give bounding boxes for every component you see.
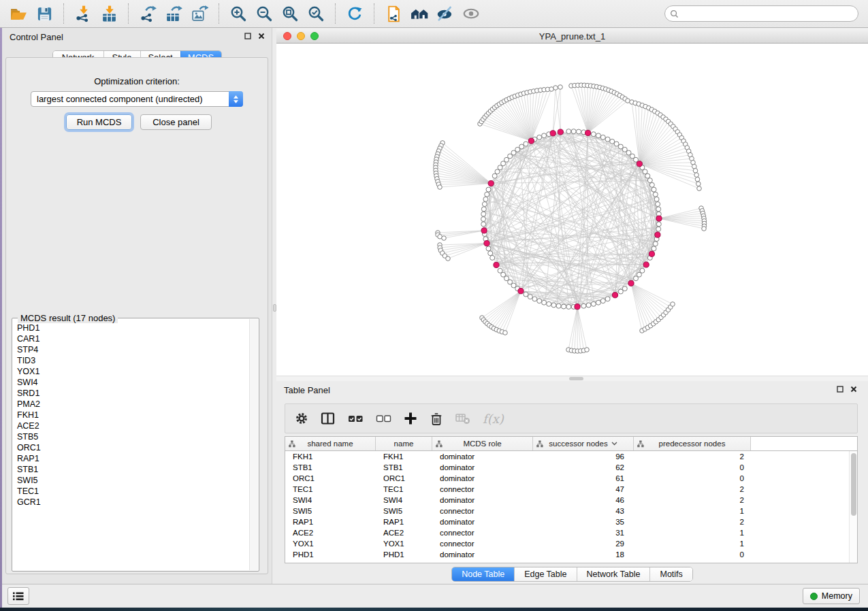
table-scrollbar-thumb[interactable] (851, 453, 856, 516)
network-vertical-scrollbar-thumb[interactable] (273, 304, 276, 312)
network-dominator-node[interactable] (585, 130, 591, 135)
network-node[interactable] (492, 174, 497, 178)
network-canvas[interactable] (276, 44, 868, 376)
share-document-button[interactable] (383, 3, 404, 24)
network-node[interactable] (591, 132, 596, 137)
network-node[interactable] (605, 137, 610, 142)
network-node[interactable] (537, 135, 542, 139)
deselect-all-checkbox-icon[interactable] (376, 412, 391, 425)
network-node[interactable] (581, 303, 586, 308)
network-leaf-node[interactable] (553, 86, 558, 90)
column-chooser-icon[interactable] (321, 412, 336, 425)
network-node[interactable] (481, 212, 486, 216)
table-row[interactable]: ORC1ORC1dominator610 (285, 473, 857, 484)
network-node[interactable] (556, 303, 561, 308)
network-dominator-node[interactable] (643, 262, 649, 267)
network-dominator-node[interactable] (558, 129, 563, 135)
network-node[interactable] (524, 292, 528, 297)
network-leaf-node[interactable] (442, 236, 447, 241)
network-node[interactable] (498, 268, 502, 273)
network-node[interactable] (652, 187, 656, 192)
network-node[interactable] (643, 169, 647, 174)
mcds-result-item[interactable]: YOX1 (17, 366, 248, 377)
network-dominator-node[interactable] (481, 228, 487, 233)
mcds-result-item[interactable]: PMA2 (17, 399, 248, 410)
table-row[interactable]: TEC1TEC1connector472 (285, 484, 857, 495)
network-node[interactable] (596, 300, 600, 305)
network-dominator-node[interactable] (484, 241, 489, 246)
table-row[interactable]: RAP1RAP1dominator352 (285, 516, 857, 527)
network-node[interactable] (537, 299, 542, 303)
network-node[interactable] (481, 222, 486, 227)
network-node[interactable] (566, 304, 571, 309)
network-node[interactable] (618, 289, 623, 294)
save-button[interactable] (33, 3, 55, 24)
network-leaf-node[interactable] (695, 177, 700, 182)
table-vertical-scrollbar[interactable] (849, 451, 857, 563)
network-node[interactable] (653, 242, 658, 246)
criterion-dropdown[interactable]: largest connected component (undirected) (31, 91, 243, 107)
network-horizontal-scrollbar[interactable] (276, 376, 868, 381)
network-dominator-node[interactable] (518, 288, 524, 294)
network-node[interactable] (653, 192, 658, 197)
close-panel-icon[interactable] (850, 386, 857, 393)
column-header-MCDS-role[interactable]: MCDS role (432, 437, 533, 450)
mcds-result-item[interactable]: SWI4 (17, 377, 248, 388)
network-node[interactable] (652, 246, 656, 251)
network-leaf-node[interactable] (558, 85, 563, 90)
table-row[interactable]: PHD1PHD1dominator180 (285, 549, 857, 560)
network-node[interactable] (640, 268, 645, 273)
network-window-titlebar[interactable]: YPA_prune.txt_1 (276, 29, 868, 44)
network-dominator-node[interactable] (628, 280, 634, 286)
network-node[interactable] (645, 174, 650, 178)
mcds-result-item[interactable]: SRD1 (17, 388, 248, 399)
network-dominator-node[interactable] (637, 161, 642, 167)
network-node[interactable] (656, 227, 661, 231)
network-leaf-node[interactable] (585, 348, 590, 352)
column-header-successor-nodes[interactable]: successor nodes (533, 437, 634, 450)
column-header-predecessor-nodes[interactable]: predecessor nodes (634, 437, 751, 450)
close-panel-icon[interactable] (258, 33, 265, 39)
network-node[interactable] (647, 178, 652, 183)
import-table-button[interactable] (98, 3, 120, 24)
zoom-out-button[interactable] (253, 3, 275, 24)
network-graph[interactable] (276, 44, 868, 376)
network-node[interactable] (596, 133, 600, 138)
network-node[interactable] (600, 135, 605, 139)
network-node[interactable] (481, 217, 486, 222)
network-dominator-node[interactable] (575, 304, 580, 310)
run-mcds-button[interactable]: Run MCDS (66, 114, 132, 130)
table-tab-motifs[interactable]: Motifs (649, 567, 692, 581)
network-node[interactable] (551, 303, 556, 308)
task-history-button[interactable] (7, 587, 29, 605)
mcds-result-item[interactable]: PHD1 (17, 323, 248, 333)
select-all-checkbox-icon[interactable] (348, 412, 364, 425)
mcds-result-item[interactable]: TID3 (17, 355, 248, 366)
table-tab-node-table[interactable]: Node Table (452, 567, 514, 581)
network-node[interactable] (649, 182, 654, 187)
table-tab-edge-table[interactable]: Edge Table (514, 567, 576, 581)
network-dominator-node[interactable] (656, 216, 662, 221)
network-node[interactable] (586, 303, 591, 308)
mcds-result-item[interactable]: STB1 (17, 464, 248, 475)
network-node[interactable] (600, 299, 605, 303)
table-row[interactable]: ACE2ACE2connector311 (285, 527, 857, 538)
network-node[interactable] (528, 295, 532, 299)
network-node[interactable] (571, 129, 576, 134)
export-image-button[interactable] (189, 3, 210, 24)
network-node[interactable] (482, 202, 487, 207)
import-network-button[interactable] (72, 3, 94, 24)
search-input[interactable] (679, 7, 858, 20)
network-horizontal-scrollbar-thumb[interactable] (569, 377, 583, 380)
close-panel-button[interactable]: Close panel (140, 114, 212, 130)
column-header-shared-name[interactable]: shared name (285, 437, 376, 450)
network-node[interactable] (605, 297, 610, 301)
network-node[interactable] (591, 301, 596, 306)
network-leaf-node[interactable] (438, 185, 443, 190)
mcds-result-item[interactable]: STP4 (17, 344, 248, 355)
network-node[interactable] (637, 272, 641, 277)
zoom-fit-button[interactable] (279, 3, 301, 24)
network-node[interactable] (614, 142, 619, 146)
network-node[interactable] (622, 147, 627, 152)
mcds-result-item[interactable]: GCR1 (17, 497, 248, 508)
